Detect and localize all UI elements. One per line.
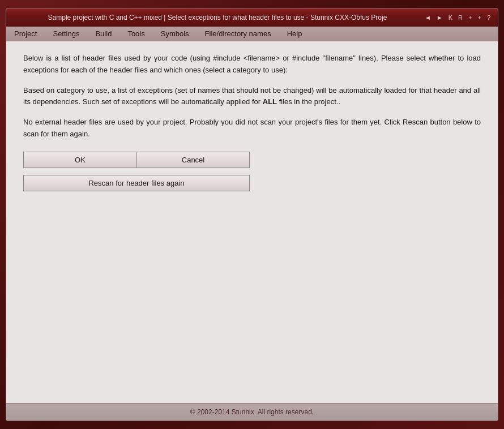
footer: © 2002-2014 Stunnix. All rights reserved…	[6, 403, 498, 421]
title-controls: ◄ ► K R + + ?	[423, 14, 492, 22]
forward-button[interactable]: ►	[435, 14, 445, 22]
title-bar: Sample project with C and C++ mixed | Se…	[6, 8, 498, 27]
content-area: Below is a list of header files used by …	[6, 41, 498, 421]
add2-button[interactable]: +	[476, 14, 482, 22]
menu-tools[interactable]: Tools	[119, 27, 152, 41]
paragraph2-text2: files in the project..	[277, 97, 340, 106]
description-paragraph-2: Based on category to use, a list of exce…	[23, 85, 481, 109]
menu-bar: Project Settings Build Tools Symbols Fil…	[6, 27, 498, 41]
k-button[interactable]: K	[447, 14, 454, 22]
main-content: Below is a list of header files used by …	[6, 41, 498, 403]
menu-project[interactable]: Project	[6, 27, 45, 41]
menu-help[interactable]: Help	[279, 27, 310, 41]
window-title: Sample project with C and C++ mixed | Se…	[12, 14, 423, 22]
back-button[interactable]: ◄	[423, 14, 433, 22]
notice-paragraph: No external header files are used by you…	[23, 117, 481, 140]
ok-button[interactable]: OK	[23, 152, 136, 168]
cancel-button[interactable]: Cancel	[136, 152, 250, 168]
rescan-button[interactable]: Rescan for header files again	[23, 175, 250, 191]
menu-file-directory[interactable]: File/directory names	[197, 27, 279, 41]
menu-symbols[interactable]: Symbols	[153, 27, 197, 41]
menu-settings[interactable]: Settings	[45, 27, 87, 41]
menu-build[interactable]: Build	[87, 27, 119, 41]
paragraph2-text1: Based on category to use, a list of exce…	[23, 86, 481, 106]
app-window: Sample project with C and C++ mixed | Se…	[6, 8, 498, 421]
r-button[interactable]: R	[456, 14, 464, 22]
paragraph2-bold: ALL	[263, 97, 277, 106]
help-button[interactable]: ?	[485, 14, 492, 22]
ok-cancel-row: OK Cancel	[23, 152, 481, 168]
description-paragraph-1: Below is a list of header files used by …	[23, 53, 481, 76]
add-button[interactable]: +	[467, 14, 473, 22]
rescan-row: Rescan for header files again	[23, 175, 481, 191]
copyright-text: © 2002-2014 Stunnix. All rights reserved…	[190, 408, 314, 416]
